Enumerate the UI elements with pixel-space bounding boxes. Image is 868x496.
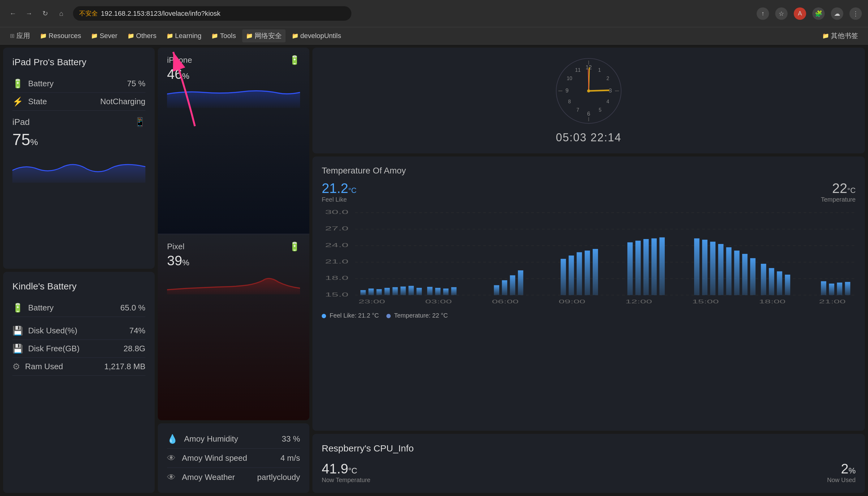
battery-icon: 🔋 <box>12 79 23 89</box>
star-icon[interactable]: ☆ <box>775 7 788 20</box>
weather-condition-value: partlycloudy <box>257 472 300 482</box>
chart-legend: Feel Like: 21.2 °C Temperature: 22 °C <box>322 312 856 319</box>
share-icon[interactable]: ↑ <box>757 7 769 20</box>
security-warning: 不安全 <box>79 9 98 18</box>
kindle-battery-row: 🔋 Battery 65.0 % <box>12 299 146 317</box>
bookmark-others[interactable]: 📁 Others <box>124 30 160 42</box>
bolt-icon: ⚡ <box>12 96 23 107</box>
temp-chart-container: 30.0 27.0 24.0 21.0 18.0 15.0 23:00 03:0… <box>322 210 856 308</box>
menu-icon[interactable]: ⋮ <box>850 7 862 20</box>
legend-feel-like: Feel Like: 21.2 °C <box>322 312 379 319</box>
feel-like-value: 21.2°C <box>322 181 357 196</box>
iphone-percent: 46% <box>167 66 300 82</box>
feel-like-dot <box>322 314 326 318</box>
bookmark-tools-label: Tools <box>220 32 236 40</box>
svg-point-20 <box>587 89 590 92</box>
cpu-used-value: 2% <box>827 461 856 477</box>
svg-rect-54 <box>502 280 507 295</box>
cpu-used-label: Now Used <box>827 477 856 484</box>
bookmark-sever-label: Sever <box>100 32 117 40</box>
iphone-percent-value: 46 <box>167 66 182 82</box>
svg-rect-80 <box>829 283 834 295</box>
actual-temp-unit: °C <box>847 186 856 195</box>
wind-icon: 👁 <box>167 453 176 463</box>
pixel-percent-unit: % <box>182 258 189 267</box>
home-button[interactable]: ⌂ <box>55 7 68 20</box>
bookmark-security[interactable]: 📁 网络安全 <box>242 29 286 42</box>
profile-icon[interactable]: A <box>794 7 806 20</box>
temperature-dot <box>386 314 391 318</box>
bookmark-sever[interactable]: 📁 Sever <box>87 30 121 42</box>
ipad-battery-chart <box>12 155 146 183</box>
svg-text:12:00: 12:00 <box>625 298 652 304</box>
legend-temperature: Temperature: 22 °C <box>386 312 448 319</box>
back-button[interactable]: ← <box>6 7 20 20</box>
svg-rect-65 <box>652 238 657 295</box>
ipad-percent-unit: % <box>30 137 38 147</box>
disk-used-row: 💾 Disk Used(%) 74% <box>12 322 146 340</box>
iphone-label-row: iPhone 🔋 <box>167 55 300 65</box>
svg-rect-74 <box>750 258 756 295</box>
svg-text:6: 6 <box>587 111 590 117</box>
clock-card: 12 3 6 9 1 2 4 5 11 10 8 7 <box>313 48 865 153</box>
folder-icon-4: 📁 <box>166 32 173 39</box>
bookmark-tools[interactable]: 📁 Tools <box>208 30 240 42</box>
wind-row-left: 👁 Amoy Wind speed <box>167 453 247 463</box>
reload-button[interactable]: ↻ <box>39 7 52 20</box>
wind-row: 👁 Amoy Wind speed 4 m/s <box>167 449 300 468</box>
svg-rect-76 <box>769 268 774 295</box>
svg-rect-50 <box>435 288 441 295</box>
bookmark-develop[interactable]: 📁 developUntils <box>288 30 345 42</box>
bookmark-learning[interactable]: 📁 Learning <box>163 30 205 42</box>
bookmark-other-right[interactable]: 📁 其他书签 <box>819 29 862 42</box>
cpu-used-col: 2% Now Used <box>827 461 856 484</box>
disk-used-value: 74% <box>129 326 146 336</box>
svg-rect-41 <box>360 290 366 295</box>
svg-text:12: 12 <box>585 64 592 71</box>
folder-icon-5: 📁 <box>211 32 218 39</box>
tablet-icon: 📱 <box>135 117 146 127</box>
svg-text:23:00: 23:00 <box>359 298 385 304</box>
folder-icon-8: 📁 <box>822 32 829 39</box>
bookmark-resources[interactable]: 📁 Resources <box>36 30 85 42</box>
disk-used-left: 💾 Disk Used(%) <box>12 326 77 336</box>
cpu-card: Respberry's CPU_Info 41.9°C Now Temperat… <box>313 434 865 493</box>
iphone-section: iPhone 🔋 46% <box>158 48 309 234</box>
ipad-pro-title: iPad Pro's Battery <box>12 57 146 67</box>
wind-label: Amoy Wind speed <box>182 453 247 463</box>
disk-free-icon: 💾 <box>12 343 23 354</box>
humidity-row-left: 💧 Amoy Humidity <box>167 434 238 444</box>
svg-rect-69 <box>710 242 716 295</box>
pixel-percent-value: 39 <box>167 253 182 268</box>
svg-text:24.0: 24.0 <box>325 242 349 248</box>
disk-used-label: Disk Used(%) <box>28 326 77 336</box>
svg-rect-44 <box>384 288 390 295</box>
main-content: iPad Pro's Battery 🔋 Battery 75 % ⚡ Stat… <box>0 45 868 496</box>
pixel-label: Pixel <box>167 242 184 251</box>
middle-column: iPhone 🔋 46% <box>158 48 309 493</box>
state-row-left: ⚡ State <box>12 96 47 107</box>
svg-rect-58 <box>568 255 574 295</box>
extension-icon[interactable]: 🧩 <box>812 7 825 20</box>
disk-icon: 💾 <box>12 326 23 336</box>
svg-rect-75 <box>761 264 766 295</box>
address-bar[interactable]: 不安全 192.168.2.153:8123/lovelace/info?kio… <box>73 6 351 21</box>
bookmark-other-right-label: 其他书签 <box>831 31 858 41</box>
pixel-chart <box>167 270 300 294</box>
legend-temp-label: Temperature: 22 °C <box>394 312 448 319</box>
ipad-pro-battery-card: iPad Pro's Battery 🔋 Battery 75 % ⚡ Stat… <box>3 48 155 269</box>
svg-text:09:00: 09:00 <box>559 298 585 304</box>
svg-rect-59 <box>577 252 582 295</box>
forward-button[interactable]: → <box>22 7 36 20</box>
cloud-icon[interactable]: ☁ <box>831 7 843 20</box>
bookmark-apps[interactable]: ⊞ 应用 <box>6 29 34 42</box>
pixel-battery-icon: 🔋 <box>289 242 300 252</box>
svg-text:2: 2 <box>607 76 609 81</box>
svg-text:11: 11 <box>575 67 581 73</box>
phone-graphs-card: iPhone 🔋 46% <box>158 48 309 420</box>
clock-digital: 05:03 22:14 <box>556 131 622 144</box>
svg-rect-67 <box>694 238 699 295</box>
svg-line-17 <box>589 90 609 91</box>
feel-like-unit: °C <box>348 186 357 195</box>
temp-title: Temperature Of Amoy <box>322 166 856 176</box>
